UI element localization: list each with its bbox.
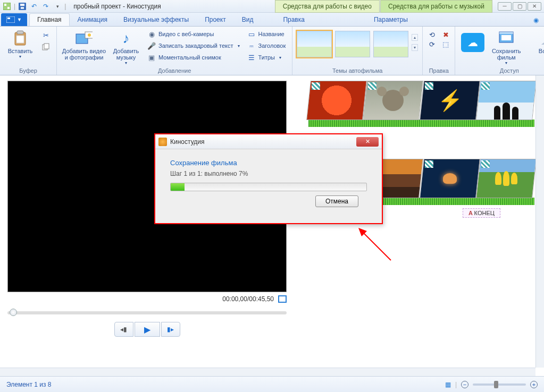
- transition-icon: [368, 82, 376, 90]
- clip-flower[interactable]: [306, 81, 367, 120]
- select-all-icon[interactable]: ⬚: [441, 40, 450, 48]
- add-music-label: Добавить музыку: [110, 48, 142, 61]
- clip-jellyfish[interactable]: [420, 159, 480, 198]
- next-frame-button[interactable]: ▮▸: [161, 322, 180, 337]
- scrollbar-vertical[interactable]: [535, 75, 544, 368]
- context-tab-video[interactable]: Средства для работы с видео: [275, 0, 380, 13]
- add-music-button[interactable]: ♪ Добавить музыку ▾: [110, 29, 142, 65]
- transition-icon: [424, 160, 433, 168]
- dialog-close-button[interactable]: ✕: [356, 137, 379, 147]
- cloud-icon: ☁: [461, 33, 484, 52]
- view-mode-icon[interactable]: ▦: [445, 381, 451, 388]
- tab-project[interactable]: Проект: [197, 13, 234, 26]
- minimize-button[interactable]: ─: [498, 2, 512, 11]
- clip-strip: ⚡: [308, 81, 534, 120]
- group-label-themes: Темы автофильма: [297, 66, 418, 74]
- file-menu-button[interactable]: ▼: [1, 13, 27, 26]
- microphone-icon: 🎤: [147, 41, 156, 50]
- save-icon[interactable]: [18, 2, 27, 11]
- play-button[interactable]: ▶: [135, 322, 160, 337]
- dialog-titlebar[interactable]: Киностудия ✕: [155, 134, 382, 149]
- tab-effects[interactable]: Визуальные эффекты: [115, 13, 197, 26]
- camera-icon: ▣: [147, 53, 156, 62]
- save-movie-label: Сохранить фильм: [489, 48, 523, 61]
- tab-view[interactable]: Вид: [234, 13, 262, 26]
- tab-edit[interactable]: Правка: [275, 13, 313, 26]
- fullscreen-icon[interactable]: [278, 295, 287, 303]
- redo-icon[interactable]: ↷: [41, 2, 51, 11]
- add-video-photo-button[interactable]: Добавить видео и фотографии: [61, 29, 107, 61]
- delete-icon[interactable]: ✖: [441, 31, 450, 38]
- clip-tulips[interactable]: [476, 159, 537, 198]
- tab-animation[interactable]: Анимация: [70, 13, 115, 26]
- webcam-button[interactable]: ◉Видео с веб-камеры: [145, 29, 242, 39]
- scrollbar-horizontal[interactable]: [0, 368, 535, 376]
- theme-thumb-2[interactable]: [335, 31, 370, 57]
- transition-icon: [481, 160, 490, 168]
- progress-bar: [170, 183, 367, 191]
- svg-rect-18: [501, 35, 511, 40]
- undo-icon[interactable]: ↶: [29, 2, 39, 11]
- ribbon: Вставить ▾ ✂ Буфер Добавить видео и фото…: [0, 27, 544, 75]
- tab-home[interactable]: Главная: [29, 13, 70, 26]
- ribbon-tabstrip: ▼ Главная Анимация Визуальные эффекты Пр…: [0, 13, 544, 27]
- help-icon[interactable]: ◉: [528, 14, 544, 26]
- svg-rect-1: [4, 4, 6, 6]
- transition-icon: [481, 82, 490, 90]
- titles-icon: ☰: [247, 53, 256, 62]
- audio-track[interactable]: [308, 120, 534, 127]
- tab-params[interactable]: Параметры: [366, 13, 416, 26]
- zoom-thumb[interactable]: [494, 381, 498, 388]
- clip-koala[interactable]: [363, 81, 423, 120]
- rotate-right-icon[interactable]: ⟳: [427, 40, 437, 48]
- group-label-clipboard: Буфер: [4, 66, 52, 74]
- svg-rect-6: [6, 16, 15, 23]
- signin-button[interactable]: Войти: [534, 29, 544, 54]
- group-access: ☁ Сохранить фильм ▾ Войти Доступ: [455, 27, 544, 75]
- end-marker[interactable]: КОНЕЦ: [463, 208, 500, 218]
- zoom-slider[interactable]: [473, 384, 526, 386]
- caption-button[interactable]: ▭Название: [245, 29, 288, 39]
- maximize-button[interactable]: ▢: [513, 2, 526, 11]
- cancel-button[interactable]: Отмена: [315, 195, 358, 207]
- svg-rect-17: [499, 32, 513, 34]
- theme-thumb-1[interactable]: [297, 31, 332, 57]
- save-movie-button[interactable]: Сохранить фильм ▾: [489, 29, 523, 65]
- heading-button[interactable]: ⎓Заголовок: [245, 40, 288, 51]
- snapshot-button[interactable]: ▣Моментальный снимок: [145, 52, 242, 63]
- group-label-add: Добавление: [61, 66, 288, 74]
- window-controls: ─ ▢ ✕: [498, 2, 544, 11]
- theme-scroll-up[interactable]: ▴: [412, 34, 418, 41]
- rotate-left-icon[interactable]: ⟲: [427, 31, 437, 38]
- prev-frame-button[interactable]: ◂▮: [114, 322, 133, 337]
- context-tab-music[interactable]: Средства для работы с музыкой: [380, 0, 492, 13]
- theme-scroll-down[interactable]: ▾: [412, 44, 418, 51]
- cut-button[interactable]: ✂: [39, 30, 52, 40]
- add-video-photo-label: Добавить видео и фотографии: [61, 48, 107, 61]
- storyboard[interactable]: ⚡ КОНЕЦ: [298, 75, 544, 375]
- close-window-button[interactable]: ✕: [528, 2, 541, 11]
- quick-access-toolbar: | ↶ ↷ ▾ |: [0, 2, 68, 11]
- titles-button[interactable]: ☰Титры▾: [245, 52, 288, 63]
- seek-thumb[interactable]: [10, 309, 17, 316]
- zoom-out-button[interactable]: −: [461, 381, 468, 388]
- theme-thumb-3[interactable]: [373, 31, 408, 57]
- paste-button[interactable]: Вставить ▾: [4, 29, 36, 59]
- seek-bar[interactable]: [7, 311, 287, 314]
- workspace: 00:00,00/00:45,50 ◂▮ ▶ ▮▸ ⚡: [0, 75, 544, 375]
- zoom-in-button[interactable]: +: [530, 381, 538, 388]
- copy-button[interactable]: [39, 41, 52, 52]
- skydrive-button[interactable]: ☁: [459, 29, 486, 52]
- divider: |: [455, 381, 457, 388]
- save-progress-dialog: Киностудия ✕ Сохранение фильма Шаг 1 из …: [154, 133, 383, 224]
- svg-rect-2: [7, 7, 10, 9]
- qat-dropdown-icon[interactable]: ▾: [53, 2, 62, 11]
- narration-button[interactable]: 🎤Записать закадровый текст▾: [145, 40, 242, 51]
- app-icon: [2, 2, 12, 11]
- clip-lightning[interactable]: ⚡: [420, 81, 480, 120]
- status-text: Элемент 1 из 8: [6, 381, 52, 388]
- window-title: пробный проект - Киностудия: [73, 3, 161, 10]
- clip-penguins[interactable]: [476, 81, 537, 120]
- transition-icon: [312, 82, 320, 90]
- group-themes: ▴ ▾ Темы автофильма: [292, 27, 423, 75]
